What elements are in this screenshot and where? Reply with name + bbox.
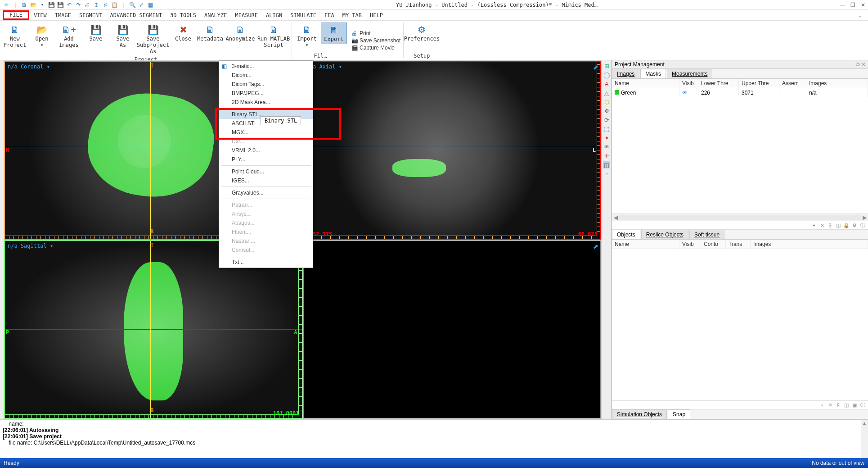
obj-copy-icon[interactable]: ⎘ [835, 402, 842, 408]
anonymize-button[interactable]: 🗎Anonymize [224, 23, 256, 43]
view-expand-icon[interactable]: ⬈ [593, 243, 598, 250]
tab-images[interactable]: Images [612, 69, 639, 78]
col-assem[interactable]: Assem [779, 79, 806, 88]
menu-analyze[interactable]: ANALYZE [201, 11, 231, 19]
view-label[interactable]: n/a Sagittal ▾ [8, 243, 53, 249]
crosshair-h[interactable] [5, 329, 302, 330]
col-images[interactable]: Images [806, 79, 868, 88]
menu-my-tab[interactable]: MY TAB [339, 11, 365, 19]
menu-measure[interactable]: MEASURE [231, 11, 261, 19]
obj-add-icon[interactable]: + [819, 402, 826, 408]
menu-view[interactable]: VIEW [30, 11, 50, 19]
save-subproject-button[interactable]: 💾Save Subproject As [137, 23, 169, 55]
crosshair-v[interactable] [150, 241, 151, 418]
pm-copy-icon[interactable]: ⎘ [827, 222, 834, 228]
tab-measurements[interactable]: Measurements [667, 69, 712, 78]
menu-help[interactable]: HELP [366, 11, 387, 19]
export-button[interactable]: 🗎Export [321, 23, 347, 44]
export-item-ply-[interactable]: PLY... [219, 155, 313, 164]
export-item-dicom-[interactable]: Dicom... [219, 71, 313, 80]
menu-3d-tools[interactable]: 3D TOOLS [166, 11, 200, 19]
export-item-mgx-[interactable]: MGX... [219, 128, 313, 137]
export-item-bmp-jpeg-[interactable]: BMP/JPEG... [219, 89, 313, 98]
import-button[interactable]: 🗎Import ▾ [294, 23, 320, 50]
qat-dropdown-icon[interactable]: ▾ [39, 1, 46, 9]
export-item-txt-[interactable]: Txt... [219, 258, 313, 267]
tool-extra-icon[interactable]: ▫ [603, 170, 610, 177]
col-name[interactable]: Name [612, 240, 679, 249]
crosshair-h[interactable] [304, 147, 601, 147]
menu-fea[interactable]: FEA [321, 11, 338, 19]
tool-move-icon[interactable]: ✥ [603, 107, 610, 114]
tool-hex-icon[interactable]: ⬡ [603, 98, 610, 105]
obj-views-icon[interactable]: ▦ [851, 402, 858, 408]
tool-rotate-icon[interactable]: ⟳ [603, 116, 610, 123]
export-item-2d-mask-area-[interactable]: 2D Mask Area... [219, 98, 313, 107]
ibar-icon[interactable]: 𝙸 [93, 1, 100, 9]
tool-circle-icon[interactable]: ◯ [603, 71, 610, 78]
tool-triangle-icon[interactable]: △ [603, 89, 610, 96]
metadata-button[interactable]: 🗎Metadata [197, 23, 223, 43]
tab-snap[interactable]: Snap [668, 409, 690, 419]
close-button[interactable]: ✖Close [170, 23, 196, 43]
new-project-button[interactable]: 🗎New Project [2, 23, 28, 50]
ribbon-toggle-icon[interactable]: ⌄ [855, 11, 865, 19]
open-button[interactable]: 📂Open ▾ [29, 23, 55, 50]
tab-sim-objects[interactable]: Simulation Objects [612, 409, 667, 419]
menu-segment[interactable]: SEGMENT [76, 11, 106, 19]
minimize-icon[interactable]: — [840, 2, 845, 8]
tab-objects[interactable]: Objects [612, 230, 640, 239]
tool-selected-icon[interactable]: ◫ [603, 161, 610, 168]
visibility-eye-icon[interactable]: 👁 [679, 88, 698, 97]
obj-cube-icon[interactable]: ◫ [843, 402, 850, 408]
col-contour[interactable]: Conto [701, 240, 726, 249]
obj-info-icon[interactable]: ⓘ [859, 402, 866, 408]
pm-add-icon[interactable]: + [810, 222, 818, 228]
print-icon[interactable]: 🖨 [84, 1, 91, 9]
menu-image[interactable]: IMAGE [51, 11, 75, 19]
pm-gear-icon[interactable]: ⚙ [851, 222, 858, 228]
menu-align[interactable]: ALIGN [262, 11, 286, 19]
obj-del-icon[interactable]: ✕ [827, 402, 834, 408]
menu-file[interactable]: FILE [3, 10, 29, 20]
save-button[interactable]: 💾Save [83, 23, 109, 43]
maximize-icon[interactable]: ❐ [850, 2, 855, 8]
view-3d[interactable]: ⬈ [303, 241, 601, 419]
capture-movie-link[interactable]: 🎬Capture Movie [351, 45, 400, 51]
undo-icon[interactable]: ↶ [66, 1, 73, 9]
grid-icon[interactable]: ▦ [147, 1, 154, 9]
saveas-icon[interactable]: 💾 [57, 1, 64, 9]
menu-simulate[interactable]: SIMULATE [287, 11, 320, 19]
open-icon[interactable]: 📂 [30, 1, 37, 9]
col-images[interactable]: Images [751, 240, 868, 249]
paste-icon[interactable]: 📋 [111, 1, 118, 9]
export-item-dicom-tags-[interactable]: Dicom Tags... [219, 80, 313, 89]
col-visible[interactable]: Visib [679, 79, 698, 88]
screenshot-link[interactable]: 📷Save Screenshot [351, 37, 400, 44]
col-name[interactable]: Name [612, 79, 679, 88]
pm-cube-icon[interactable]: ◫ [835, 222, 842, 228]
print-link[interactable]: 🖨Print [351, 30, 400, 36]
col-lower[interactable]: Lower Thre [698, 79, 739, 88]
zoom-in-icon[interactable]: 🔍 [129, 1, 136, 9]
export-item-iges-[interactable]: IGES... [219, 176, 313, 185]
pm-info-icon[interactable]: ⓘ [859, 222, 866, 228]
tab-masks[interactable]: Masks [640, 69, 666, 78]
save-icon[interactable]: 💾 [48, 1, 55, 9]
menu-advanced-segment[interactable]: ADVANCED SEGMENT [107, 11, 166, 19]
copy-icon[interactable]: ⎘ [102, 1, 109, 9]
new-icon[interactable]: 🗎 [21, 1, 28, 9]
preferences-button[interactable]: ⚙Preferences [405, 23, 438, 43]
pm-row-green[interactable]: Green 👁 226 3071 n/a [612, 88, 868, 97]
add-images-button[interactable]: 🗎+Add Images [56, 23, 82, 50]
pm-lock-icon[interactable]: 🔒 [843, 222, 850, 228]
save-as-button[interactable]: 💾Save As [110, 23, 136, 50]
export-item-point-cloud-[interactable]: Point Cloud... [219, 167, 313, 176]
tab-reslice[interactable]: Reslice Objects [641, 230, 688, 239]
col-trans[interactable]: Trans [726, 240, 751, 249]
pm-popout-icon[interactable]: ⧉ ✕ [856, 61, 865, 68]
export-item-3-matic-[interactable]: ◧3-matic... [219, 62, 313, 71]
run-matlab-button[interactable]: 🗎Run MATLAB Script [257, 23, 290, 50]
view-label[interactable]: n/a Coronal ▾ [8, 64, 50, 70]
tab-soft-tissue[interactable]: Soft tissue [689, 230, 724, 239]
